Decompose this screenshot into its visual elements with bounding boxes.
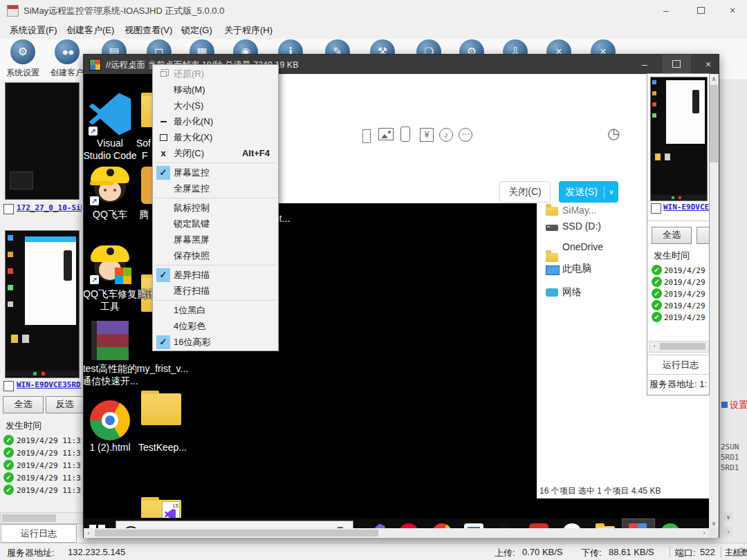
explorer-item-top[interactable]: SiMay...: [562, 205, 597, 216]
right-run-log-tab[interactable]: 运行日志: [663, 359, 699, 371]
menu-item-mouse-control[interactable]: 鼠标控制: [153, 200, 278, 216]
host-thumbnail-right[interactable]: [650, 77, 708, 201]
edge-scroll-right[interactable]: ›: [723, 527, 733, 536]
app-minimize-button[interactable]: –: [653, 0, 679, 21]
desktop-icon-vscode[interactable]: [89, 93, 131, 136]
icon-label[interactable]: TestKeep...: [136, 442, 189, 453]
left-hscrollbar-thumb[interactable]: [2, 514, 56, 522]
remote-window-icon[interactable]: [89, 59, 101, 71]
menu-item-maximize[interactable]: 最大化(X): [153, 129, 278, 145]
taskbar-netease-music-icon[interactable]: ♪: [399, 523, 418, 528]
scroll-left-icon[interactable]: ‹: [84, 528, 93, 538]
menu-item-fullscreen-monitor[interactable]: 全屏监控: [153, 180, 278, 196]
icon-label[interactable]: QQ飞车修复: [84, 288, 142, 301]
scroll-up-icon[interactable]: ∧: [709, 74, 719, 84]
desktop-icon-my-frist-folder[interactable]: [141, 393, 181, 425]
clipboard-icon[interactable]: [362, 129, 371, 143]
explorer-item-onedrive[interactable]: OneDrive: [562, 241, 603, 252]
invert-select-button[interactable]: 反选: [46, 396, 84, 413]
menu-item-size[interactable]: 大小(S): [153, 97, 278, 113]
log-entry[interactable]: 2019/4/29 11:35: [17, 474, 82, 483]
right-partial-button[interactable]: [697, 227, 710, 244]
host2-label[interactable]: WIN-E9DVCE35RD1-: [17, 380, 82, 389]
menu-create-client[interactable]: 创建客户(E): [66, 24, 114, 37]
right-host-checkbox[interactable]: [651, 203, 661, 214]
host1-label[interactable]: 172_27_0_10-SiMa: [17, 203, 82, 212]
chat-close-button[interactable]: 关闭(C): [499, 181, 551, 203]
icon-label[interactable]: my_frist_v...: [136, 363, 189, 374]
scroll-down-icon[interactable]: ∨: [709, 519, 719, 528]
icon-label[interactable]: Studio Code: [84, 150, 140, 161]
taskbar-search[interactable]: 在这里输入你要搜索的内容: [116, 521, 353, 528]
edge-scroll-down[interactable]: ∨: [723, 512, 733, 522]
explorer-item-network[interactable]: 网络: [562, 286, 582, 299]
host2-checkbox[interactable]: [3, 381, 14, 391]
app-close-button[interactable]: ×: [719, 0, 746, 21]
desktop-icon-qq-speed-fix[interactable]: [90, 244, 130, 284]
menu-item-16bit-color[interactable]: ✓ 16位高彩: [153, 334, 278, 350]
edge-settings-link[interactable]: 设置: [730, 399, 747, 411]
menu-item-close[interactable]: x 关闭(C) Alt+F4: [153, 145, 278, 161]
menu-system-settings[interactable]: 系统设置(F): [10, 24, 57, 37]
menu-item-1bit-bw[interactable]: 1位黑白: [153, 302, 278, 318]
left-hscrollbar[interactable]: [0, 512, 83, 524]
transfer-icon[interactable]: ¥: [420, 128, 434, 142]
host-thumbnail-2[interactable]: [5, 230, 80, 378]
menu-item-diff-scan[interactable]: ✓ 差异扫描: [153, 267, 278, 283]
app-maximize-button[interactable]: [688, 0, 714, 21]
right-host-label[interactable]: WIN-E9DVCE: [663, 203, 709, 212]
taskbar-green-app-icon[interactable]: [661, 523, 680, 528]
menu-item-restore[interactable]: 还原(R): [153, 66, 278, 82]
host1-checkbox[interactable]: [3, 204, 14, 214]
taskbar-simay-active-slot[interactable]: [622, 519, 655, 528]
scroll-right-icon[interactable]: ›: [699, 528, 709, 538]
menu-item-4bit-color[interactable]: 4位彩色: [153, 318, 278, 334]
icon-label[interactable]: Visual: [84, 138, 136, 149]
vibrate-icon[interactable]: [400, 127, 410, 142]
scroll-left-icon[interactable]: ‹: [649, 342, 659, 351]
icon-label[interactable]: 通信快速开...: [84, 375, 143, 388]
icon-label[interactable]: QQ飞车: [84, 209, 136, 221]
taskbar-chrome-icon[interactable]: [432, 523, 452, 528]
icon-label[interactable]: 工具: [84, 301, 136, 313]
desktop-icon-chrome-html[interactable]: [90, 400, 130, 440]
taskbar-tencent-video-icon[interactable]: [562, 523, 582, 528]
right-select-all-button[interactable]: 全选: [652, 227, 692, 244]
log-entry[interactable]: 2019/4/29 11:35: [17, 486, 82, 495]
menu-about[interactable]: 关于程序(H): [224, 24, 273, 37]
explorer-item-this-pc[interactable]: 此电脑: [562, 263, 591, 275]
desktop-icon-qq-speed[interactable]: [90, 165, 130, 205]
menu-item-screen-monitor[interactable]: ✓ 屏幕监控: [153, 165, 278, 180]
more-icon[interactable]: ⋯: [459, 128, 472, 142]
remote-vscrollbar[interactable]: ∧ ∨: [709, 74, 719, 528]
menu-item-black-screen[interactable]: 屏幕黑屏: [153, 232, 278, 248]
history-clock-icon[interactable]: ◷: [607, 125, 620, 142]
right-hscrollbar[interactable]: ‹: [649, 341, 710, 353]
taskbar-video-player-icon[interactable]: [464, 523, 483, 528]
menu-item-lock-mouse[interactable]: 锁定鼠键: [153, 216, 278, 232]
run-log-tab[interactable]: 运行日志: [1, 524, 77, 543]
select-all-button[interactable]: 全选: [3, 396, 44, 413]
icon-label[interactable]: test高性能的: [84, 363, 143, 375]
taskbar-qq-icon[interactable]: [496, 522, 515, 528]
toolbar-people-icon[interactable]: ☻☻: [55, 39, 80, 64]
menu-view[interactable]: 视图查看(V): [124, 24, 172, 37]
menu-item-save-snapshot[interactable]: 保存快照: [153, 248, 278, 263]
remote-minimize-button[interactable]: –: [630, 55, 659, 74]
image-icon[interactable]: [378, 128, 394, 140]
log-entry[interactable]: 2019/4/29: [664, 313, 706, 322]
log-entry[interactable]: 2019/4/29 11:35: [17, 436, 82, 445]
menu-item-minimize[interactable]: 最小化(N): [153, 113, 278, 129]
resize-grip[interactable]: [740, 548, 742, 550]
log-entry[interactable]: 2019/4/29: [664, 278, 706, 287]
menu-item-move[interactable]: 移动(M): [153, 82, 278, 97]
explorer-item-ssd[interactable]: SSD (D:): [562, 221, 601, 232]
send-label[interactable]: 发送(S): [559, 186, 604, 198]
menu-item-progressive-scan[interactable]: 逐行扫描: [153, 283, 278, 299]
desktop-icon-rar-archive[interactable]: [91, 321, 129, 361]
remote-close-button[interactable]: ×: [694, 55, 723, 74]
remote-hscrollbar[interactable]: ‹ ›: [84, 528, 709, 538]
log-entry[interactable]: 2019/4/29 11:35: [17, 449, 82, 458]
icon-label[interactable]: 1 (2).html: [84, 442, 136, 453]
taskbar-vscode-icon[interactable]: [366, 523, 385, 528]
